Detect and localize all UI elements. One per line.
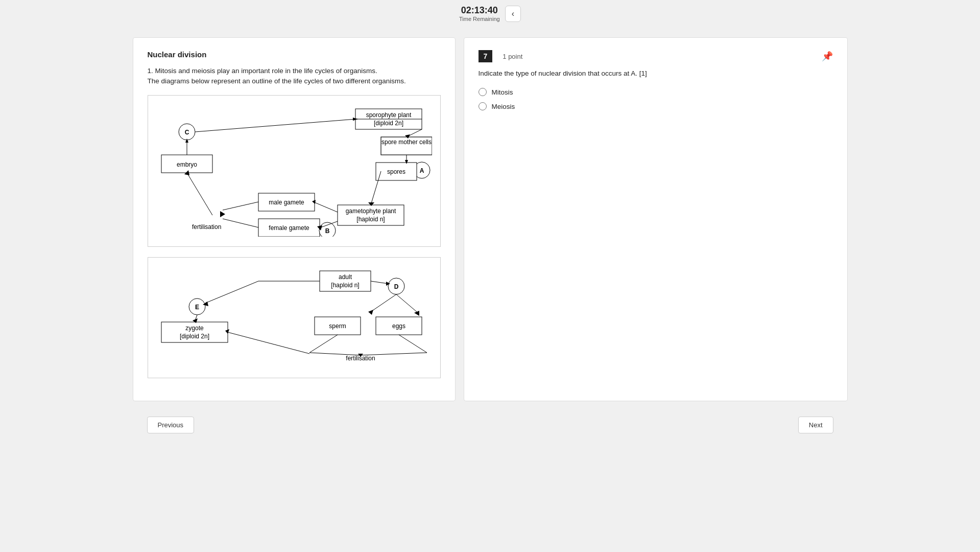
intro-line2: The diagrams below represent an outline … — [148, 77, 406, 85]
svg-line-38 — [223, 219, 258, 227]
intro-line1: 1. Mitosis and meiosis play an important… — [148, 67, 377, 75]
svg-text:[haploid n]: [haploid n] — [331, 282, 359, 289]
svg-text:sperm: sperm — [329, 323, 346, 330]
svg-line-62 — [371, 294, 396, 312]
question-number: 7 — [479, 50, 493, 62]
svg-line-71 — [361, 353, 427, 355]
svg-text:B: B — [325, 227, 329, 235]
svg-text:eggs: eggs — [392, 323, 405, 330]
points-label: 1 point — [503, 53, 522, 60]
svg-text:[diploid 2n]: [diploid 2n] — [373, 120, 403, 127]
pin-icon[interactable]: 📌 — [822, 51, 833, 62]
top-bar: 02:13:40 Time Remaining ‹ — [0, 0, 980, 27]
svg-text:adult: adult — [338, 273, 352, 281]
mitosis-label: Mitosis — [492, 88, 513, 96]
svg-line-40 — [187, 173, 212, 215]
diagram-1: sporophyte plant [diploid 2n] C embryo s… — [148, 95, 441, 247]
svg-text:D: D — [394, 283, 398, 290]
mitosis-radio[interactable] — [479, 88, 487, 96]
svg-text:zygote: zygote — [185, 325, 204, 332]
right-panel: 7 1 point 📌 Indicate the type of nuclear… — [464, 37, 848, 401]
option-row-meiosis: Meiosis — [479, 102, 833, 110]
svg-marker-64 — [368, 310, 373, 315]
svg-text:fertilisation: fertilisation — [192, 223, 221, 231]
meiosis-radio[interactable] — [479, 102, 487, 110]
timer-label: Time Remaining — [459, 16, 500, 22]
svg-text:A: A — [419, 167, 424, 174]
previous-button[interactable]: Previous — [147, 417, 195, 433]
option-row-mitosis: Mitosis — [479, 88, 833, 96]
svg-line-58 — [205, 281, 258, 303]
svg-line-63 — [396, 294, 417, 312]
svg-text:E: E — [195, 304, 199, 311]
svg-text:C: C — [184, 129, 189, 136]
svg-text:spore mother cells: spore mother cells — [381, 139, 431, 146]
diagram-2: adult [haploid n] D E zygote [diploid 2n… — [148, 257, 441, 378]
main-container: Nuclear division 1. Mitosis and meiosis … — [133, 37, 848, 401]
svg-line-37 — [223, 202, 258, 210]
svg-line-70 — [309, 353, 361, 355]
svg-text:sporophyte plant: sporophyte plant — [366, 111, 411, 119]
meiosis-label: Meiosis — [492, 103, 515, 110]
question-header: 7 1 point 📌 — [479, 50, 833, 62]
svg-line-73 — [228, 332, 309, 354]
bottom-nav: Previous Next — [133, 411, 848, 439]
svg-line-66 — [371, 281, 388, 284]
lifecycle-diagram-1: sporophyte plant [diploid 2n] C embryo s… — [156, 104, 432, 237]
lifecycle-diagram-2: adult [haploid n] D E zygote [diploid 2n… — [156, 266, 432, 368]
back-button[interactable]: ‹ — [505, 6, 521, 22]
timer-time: 02:13:40 — [459, 5, 500, 16]
timer-block: 02:13:40 Time Remaining — [459, 5, 500, 22]
svg-text:[haploid n]: [haploid n] — [356, 216, 385, 223]
svg-text:female gamete: female gamete — [269, 224, 309, 232]
question-intro: 1. Mitosis and meiosis play an important… — [148, 66, 441, 87]
svg-text:spores: spores — [387, 168, 405, 175]
left-panel: Nuclear division 1. Mitosis and meiosis … — [133, 37, 456, 401]
svg-line-33 — [315, 202, 338, 212]
svg-marker-39 — [220, 211, 225, 217]
svg-line-68 — [309, 335, 338, 353]
next-button[interactable]: Next — [798, 417, 833, 433]
svg-line-69 — [399, 335, 427, 353]
svg-text:embryo: embryo — [176, 161, 197, 168]
svg-text:gametophyte plant: gametophyte plant — [345, 208, 396, 215]
svg-text:male gamete: male gamete — [269, 199, 304, 206]
svg-text:[diploid 2n]: [diploid 2n] — [179, 333, 209, 340]
svg-line-24 — [195, 119, 355, 132]
question-text: Indicate the type of nuclear division th… — [479, 68, 833, 79]
section-title: Nuclear division — [148, 50, 441, 59]
